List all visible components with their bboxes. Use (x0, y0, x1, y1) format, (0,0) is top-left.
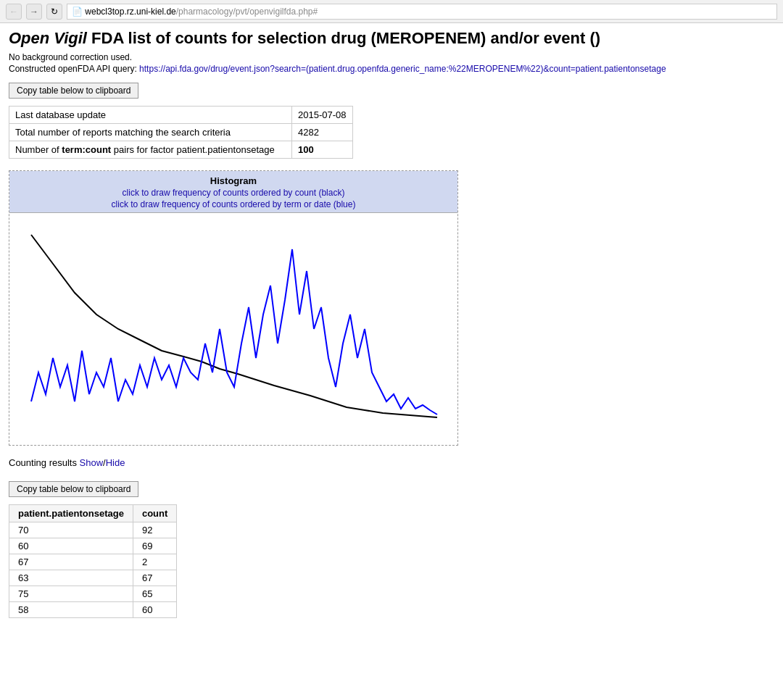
histogram-header: Histogram click to draw frequency of cou… (9, 171, 457, 213)
col-header-count: count (133, 505, 176, 522)
table-row: Number of term:count pairs for factor pa… (9, 141, 353, 159)
histogram-link-blue[interactable]: click to draw frequency of counts ordere… (12, 199, 455, 209)
chart-area (9, 213, 457, 445)
constructed-query-label: Constructed openFDA API query: https://a… (9, 64, 774, 74)
api-url-link[interactable]: https://api.fda.gov/drug/event.json?sear… (139, 64, 666, 74)
forward-button[interactable]: → (26, 4, 42, 20)
table-row: 6069 (9, 538, 177, 554)
table-row: 7565 (9, 586, 177, 602)
copy-clipboard-button-top[interactable]: Copy table below to clipboard (9, 83, 138, 99)
table-cell: 67 (9, 554, 133, 570)
table-cell: 69 (133, 538, 176, 554)
histogram-title: Histogram (12, 175, 455, 186)
page-content: Open Vigil FDA list of counts for select… (0, 23, 783, 624)
table-cell: 58 (9, 602, 133, 618)
table-cell: 63 (9, 570, 133, 586)
table-cell: 92 (133, 522, 176, 538)
address-bar[interactable]: 📄 webcl3top.rz.uni-kiel.de/pharmacology/… (67, 4, 777, 20)
table-row: 7092 (9, 522, 177, 538)
table-cell: 75 (9, 586, 133, 602)
table-cell: 60 (9, 538, 133, 554)
table-row: Total number of reports matching the sea… (9, 124, 353, 141)
page-title: Open Vigil FDA list of counts for select… (9, 29, 774, 48)
copy-clipboard-button-bottom[interactable]: Copy table below to clipboard (9, 481, 138, 497)
url-domain: webcl3top.rz.uni-kiel.de (85, 7, 175, 17)
info-label-2: Total number of reports matching the sea… (9, 124, 292, 141)
table-cell: 2 (133, 554, 176, 570)
reload-button[interactable]: ↻ (46, 4, 62, 20)
no-background-text: No background correction used. (9, 52, 774, 62)
table-row: Last database update 2015-07-08 (9, 107, 353, 124)
table-cell: 65 (133, 586, 176, 602)
info-table: Last database update 2015-07-08 Total nu… (9, 106, 353, 159)
table-row: 5860 (9, 602, 177, 618)
counting-results: Counting results Show/Hide (9, 457, 774, 468)
table-cell: 70 (9, 522, 133, 538)
back-button[interactable]: ← (6, 4, 22, 20)
histogram-link-black[interactable]: click to draw frequency of counts ordere… (12, 188, 455, 198)
browser-bar: ← → ↻ 📄 webcl3top.rz.uni-kiel.de/pharmac… (0, 0, 783, 23)
show-link[interactable]: Show (80, 457, 104, 468)
info-value-1: 2015-07-08 (292, 107, 353, 124)
url-path: /pharmacology/pvt/openvigilfda.php# (176, 7, 318, 17)
histogram-container: Histogram click to draw frequency of cou… (9, 170, 458, 446)
table-row: 6367 (9, 570, 177, 586)
histogram-svg (9, 213, 457, 445)
col-header-term: patient.patientonsetage (9, 505, 133, 522)
table-cell: 60 (133, 602, 176, 618)
table-row: 672 (9, 554, 177, 570)
info-value-2: 4282 (292, 124, 353, 141)
info-label-3: Number of term:count pairs for factor pa… (9, 141, 292, 159)
info-label-1: Last database update (9, 107, 292, 124)
info-value-3: 100 (292, 141, 353, 159)
data-table: patient.patientonsetage count 7092606967… (9, 504, 177, 618)
hide-link[interactable]: Hide (106, 457, 125, 468)
table-cell: 67 (133, 570, 176, 586)
